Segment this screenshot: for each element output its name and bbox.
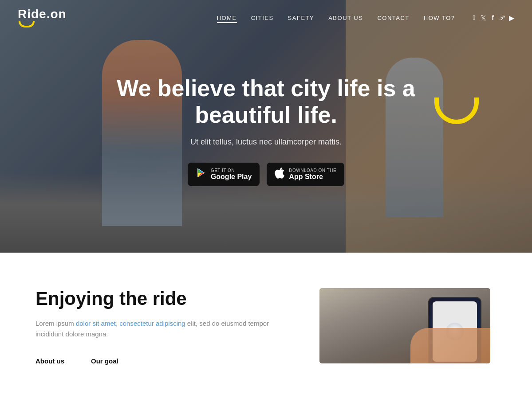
google-play-name-label: Google Play — [211, 173, 252, 181]
hero-buttons: GET IT ON Google Play Download on the Ap… — [188, 163, 344, 186]
nav-link-howto[interactable]: HOW TO? — [424, 15, 455, 21]
section-left-content: Enjoying the ride Lorem ipsum dolor sit … — [35, 288, 284, 365]
nav-item-home[interactable]: HOME — [217, 14, 237, 22]
enjoying-section: Enjoying the ride Lorem ipsum dolor sit … — [0, 253, 532, 382]
nav-link-cities[interactable]: CITIES — [251, 15, 274, 21]
twitter-icon[interactable]: 𝕏 — [481, 14, 486, 22]
nav-link-about[interactable]: ABOUT US — [328, 15, 363, 21]
navbar: Ride.on HOME CITIES SAFETY ABOUT US CONT… — [0, 0, 532, 35]
section-text-part1: Lorem ipsum — [35, 320, 76, 327]
facebook-icon[interactable]: f — [492, 14, 494, 21]
google-play-button[interactable]: GET IT ON Google Play — [188, 163, 260, 186]
google-play-small-label: GET IT ON — [211, 168, 235, 173]
hero-title: We believe that city life is a beautiful… — [67, 75, 466, 129]
logo-smile-decoration — [19, 21, 35, 27]
hero-content: We believe that city life is a beautiful… — [0, 0, 532, 253]
app-store-text: Download on the App Store — [289, 168, 336, 181]
youtube-icon[interactable]: ▶ — [509, 14, 514, 22]
about-us-link[interactable]: About us — [35, 357, 64, 365]
nav-link-contact[interactable]: CONTACT — [377, 15, 409, 21]
section-links: About us Our goal — [35, 357, 284, 365]
apple-icon — [275, 167, 284, 182]
nav-links: HOME CITIES SAFETY ABOUT US CONTACT HOW … — [217, 14, 455, 22]
pinterest-icon[interactable]: 𝒫 — [499, 14, 504, 22]
logo-text: Ride.on — [18, 8, 67, 20]
social-icons:  𝕏 f 𝒫 ▶ — [473, 14, 514, 22]
app-store-button[interactable]: Download on the App Store — [267, 163, 344, 186]
app-store-name-label: App Store — [289, 173, 323, 181]
app-store-small-label: Download on the — [289, 168, 336, 173]
section-title: Enjoying the ride — [35, 288, 284, 309]
instagram-icon[interactable]:  — [473, 14, 475, 22]
google-play-text: GET IT ON Google Play — [211, 168, 252, 181]
our-goal-link[interactable]: Our goal — [91, 357, 118, 365]
nav-item-howto[interactable]: HOW TO? — [424, 14, 455, 22]
hero-subtitle: Ut elit tellus, luctus nec ullamcorper m… — [190, 137, 342, 147]
nav-link-safety[interactable]: SAFETY — [288, 15, 315, 21]
google-play-icon — [196, 168, 206, 181]
hero-section: We believe that city life is a beautiful… — [0, 0, 532, 253]
nav-item-about[interactable]: ABOUT US — [328, 14, 363, 22]
nav-item-cities[interactable]: CITIES — [251, 14, 274, 22]
section-description: Lorem ipsum dolor sit amet, consectetur … — [35, 318, 284, 339]
section-text-link1: dolor sit amet, consectetur adipiscing — [76, 320, 185, 327]
nav-item-contact[interactable]: CONTACT — [377, 14, 409, 22]
section-right-image — [319, 288, 490, 363]
nav-link-home[interactable]: HOME — [217, 15, 237, 23]
nav-item-safety[interactable]: SAFETY — [288, 14, 315, 22]
logo[interactable]: Ride.on — [18, 8, 67, 27]
